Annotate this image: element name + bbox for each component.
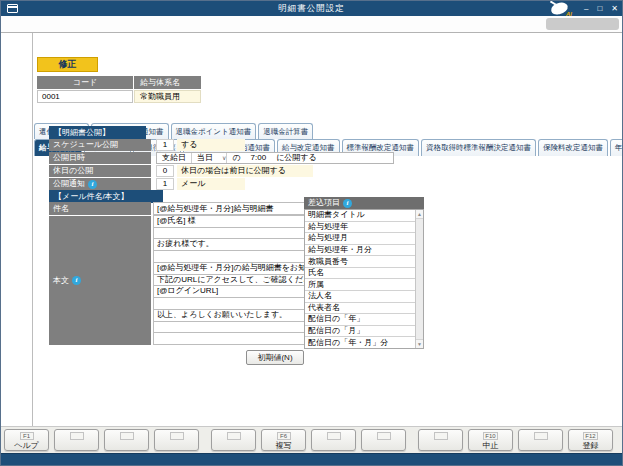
fkey-button-8 [361, 429, 406, 451]
default-values-button[interactable]: 初期値(N) [246, 350, 304, 365]
code-value[interactable]: 0001 [37, 90, 133, 103]
notification-code-input[interactable]: 1 [156, 178, 174, 190]
left-panel-divider [32, 33, 33, 426]
fkey-slot [327, 432, 341, 440]
tab-row1-3[interactable]: 退職金ポイント通知書 [171, 123, 257, 139]
publish-time-input[interactable]: 7:00 [246, 153, 272, 163]
system-name-value[interactable]: 常勤職員用 [134, 90, 201, 103]
merge-item-10[interactable]: 配信日の「年」 [305, 314, 415, 326]
label-schedule-publish: スケジュール公開 [49, 139, 151, 151]
day-offset-select[interactable]: 当日 [192, 153, 218, 163]
tab-row2-7[interactable]: 資格取得時標準報酬決定通知書 [421, 139, 536, 156]
function-key-bar: F1ヘルプF6複写F10中止F12登録 [1, 426, 622, 453]
fkey-button-4 [154, 429, 199, 451]
fkey-slot [70, 432, 84, 440]
merge-item-3[interactable]: 給与処理月 [305, 233, 415, 245]
merge-item-6[interactable]: 氏名 [305, 268, 415, 280]
column-header-system-name: 給与体系名 [134, 76, 201, 89]
holiday-publish-code-input[interactable]: 0 [156, 165, 174, 177]
table-row[interactable]: 0001 常勤職員用 [37, 90, 201, 103]
content-area: 修正 コード 給与体系名 0001 常勤職員用 還付金明細書特別徴収税額通知書退… [1, 33, 622, 426]
merge-items-container: 明細書タイトル給与処理年給与処理月給与処理年・月分教職員番号氏名所属法人名代表者… [305, 210, 415, 348]
fkey-button-9 [418, 429, 463, 451]
fkey-button-6[interactable]: F6複写 [261, 429, 306, 451]
merge-item-7[interactable]: 所属 [305, 279, 415, 291]
tab-row2-9[interactable]: 年末調整通知書 [610, 139, 622, 156]
title-bar: 明細書公開設定 AI – □ ✕ [1, 1, 622, 16]
label-body: 本文 i [49, 216, 151, 345]
column-header-code: コード [37, 76, 133, 89]
fkey-label: 中止 [483, 440, 499, 451]
scroll-down-icon[interactable]: ▼ [416, 339, 423, 348]
merge-fields-list: 明細書タイトル給与処理年給与処理月給与処理年・月分教職員番号氏名所属法人名代表者… [304, 209, 424, 349]
fkey-label: ヘルプ [14, 440, 39, 451]
info-icon[interactable]: i [88, 180, 97, 189]
merge-item-12[interactable]: 配信日の「年・月」分 [305, 337, 415, 348]
fkey-label: 複写 [276, 440, 292, 451]
row-schedule-publish: スケジュール公開 1 する [49, 139, 245, 151]
schedule-publish-code-input[interactable]: 1 [156, 139, 174, 151]
ai-assistant-icon[interactable]: AI [549, 2, 575, 16]
fkey-slot [534, 432, 548, 440]
fkey-slot [377, 432, 391, 440]
merge-item-8[interactable]: 法人名 [305, 291, 415, 303]
fkey-button-10[interactable]: F10中止 [468, 429, 513, 451]
fkey-button-1[interactable]: F1ヘルプ [4, 429, 49, 451]
status-bar [1, 453, 622, 466]
row-publish-notification: 公開通知 i 1 メール [49, 178, 245, 190]
salary-system-table: コード 給与体系名 0001 常勤職員用 [37, 76, 201, 103]
fkey-slot: F12 [583, 432, 597, 440]
section-header-publish: 【明細書公開】 [49, 126, 146, 139]
merge-item-9[interactable]: 代表者名 [305, 303, 415, 315]
schedule-publish-value[interactable]: する [177, 139, 245, 151]
fkey-button-2 [54, 429, 99, 451]
payday-base-label: 支給日 [157, 153, 191, 163]
window-title: 明細書公開設定 [1, 3, 622, 15]
merge-fields-header: 差込項目 i [304, 197, 424, 209]
close-button[interactable]: ✕ [611, 1, 618, 16]
app-window: 明細書公開設定 AI – □ ✕ 修正 コード 給与体系名 0001 常勤職員用 [0, 0, 623, 466]
fkey-slot [434, 432, 448, 440]
publish-suffix-label: に公開する [271, 153, 322, 163]
info-icon[interactable]: i [72, 276, 81, 285]
merge-item-1[interactable]: 明細書タイトル [305, 210, 415, 222]
label-subject: 件名 [49, 202, 151, 215]
fkey-button-5 [211, 429, 256, 451]
fkey-slot: F1 [20, 432, 34, 440]
info-icon[interactable]: i [343, 199, 352, 208]
notification-value[interactable]: メール [177, 178, 245, 190]
fkey-slot [227, 432, 241, 440]
particle-no: の [227, 153, 245, 163]
publish-datetime-group: 支給日 当日 ∨ の 7:00 に公開する [156, 152, 394, 164]
fkey-slot: F6 [277, 432, 291, 440]
label-publish-datetime: 公開日時 [49, 152, 151, 164]
label-holiday-publish: 休日の公開 [49, 165, 151, 177]
merge-item-4[interactable]: 給与処理年・月分 [305, 245, 415, 257]
tab-row2-8[interactable]: 保険料改定通知書 [538, 139, 608, 156]
fkey-button-3 [104, 429, 149, 451]
holiday-publish-value[interactable]: 休日の場合は前日に公開する [177, 165, 313, 177]
fkey-button-11 [518, 429, 563, 451]
fkey-label: 登録 [583, 440, 599, 451]
fkey-button-7 [311, 429, 356, 451]
merge-list-scrollbar[interactable]: ▲ ▼ [415, 210, 423, 348]
label-publish-notification: 公開通知 i [49, 178, 151, 190]
merge-item-2[interactable]: 給与処理年 [305, 222, 415, 234]
row-holiday-publish: 休日の公開 0 休日の場合は前日に公開する [49, 165, 313, 177]
fkey-slot: F10 [483, 432, 497, 440]
fkey-slot [120, 432, 134, 440]
tab-row1-4[interactable]: 退職金計算書 [258, 123, 313, 139]
menu-strip [1, 16, 622, 33]
fkey-button-12[interactable]: F12登録 [568, 429, 613, 451]
maximize-button[interactable]: □ [597, 1, 602, 16]
fkey-slot [170, 432, 184, 440]
row-publish-datetime: 公開日時 支給日 当日 ∨ の 7:00 に公開する [49, 152, 394, 164]
minimize-button[interactable]: – [584, 1, 588, 16]
scroll-up-icon[interactable]: ▲ [416, 210, 423, 219]
mode-badge-correction: 修正 [37, 57, 98, 72]
merge-item-11[interactable]: 配信日の「月」 [305, 326, 415, 338]
merge-item-5[interactable]: 教職員番号 [305, 256, 415, 268]
toolbar-placeholder [546, 18, 619, 30]
